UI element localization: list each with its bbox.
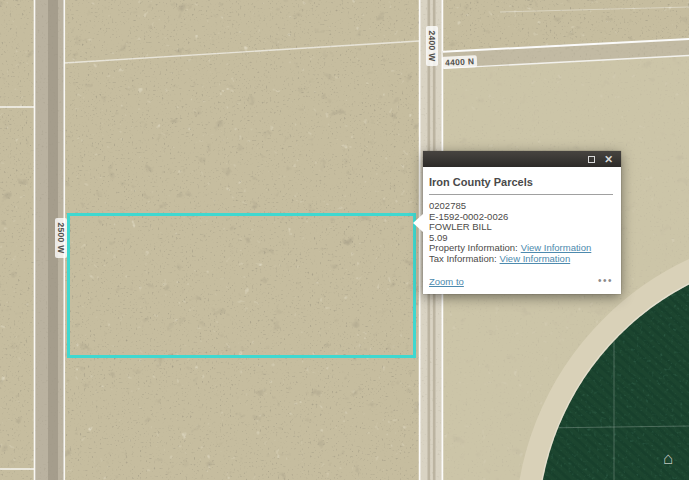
- zoom-to-link[interactable]: Zoom to: [429, 276, 464, 287]
- property-info-link[interactable]: View Information: [521, 242, 592, 253]
- tax-info-label: Tax Information:: [429, 253, 497, 264]
- close-icon[interactable]: ✕: [604, 151, 613, 167]
- map-viewport: 2400 W 4400 N 2500 W ✕ Iron County Parce…: [0, 0, 689, 480]
- road-label-4400-n: 4400 N: [442, 55, 478, 69]
- property-info-label: Property Information:: [429, 242, 518, 253]
- maximize-icon[interactable]: [588, 156, 595, 163]
- popup-footer: Zoom to •••: [429, 276, 613, 287]
- parcel-info-popup: ✕ Iron County Parcels 0202785 E-1592-000…: [423, 151, 621, 294]
- popup-body: Iron County Parcels 0202785 E-1592-0002-…: [423, 167, 621, 294]
- popup-pointer: [413, 214, 423, 232]
- house-watermark-icon: ⌂: [663, 450, 673, 467]
- popup-divider: [429, 194, 613, 195]
- more-options-icon[interactable]: •••: [598, 276, 613, 286]
- road-label-2400-w: 2400 W: [426, 26, 438, 66]
- tax-info-link[interactable]: View Information: [500, 253, 571, 264]
- tax-information-row: Tax Information:View Information: [429, 254, 613, 265]
- owner-name: FOWLER BILL: [429, 222, 613, 233]
- road-label-2500-w: 2500 W: [55, 218, 67, 258]
- parcel-number: 0202785: [429, 201, 613, 212]
- selected-parcel-outline[interactable]: [67, 213, 416, 358]
- popup-titlebar: ✕: [423, 151, 621, 167]
- popup-title: Iron County Parcels: [429, 176, 613, 189]
